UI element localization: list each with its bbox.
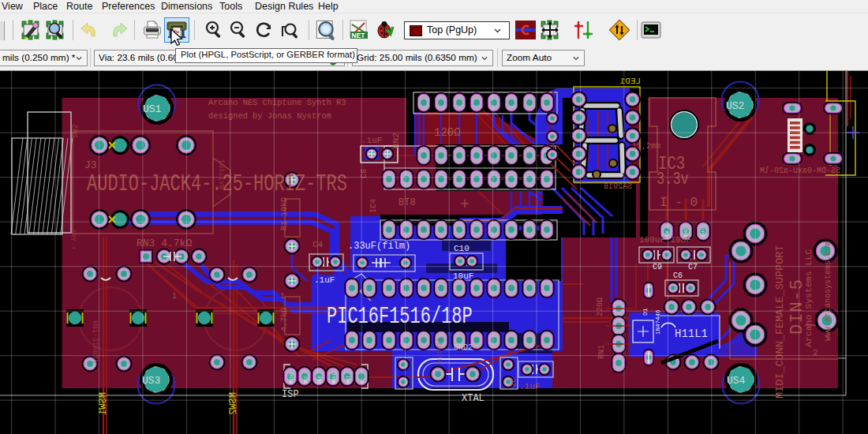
svg-text:C10: C10 xyxy=(454,244,470,253)
svg-text:VCC: VCC xyxy=(303,375,309,383)
svg-text:C9: C9 xyxy=(653,263,662,271)
svg-text:US1: US1 xyxy=(143,103,162,115)
svg-text:Arcano Systems LLC: Arcano Systems LLC xyxy=(803,249,814,347)
svg-text:IC4: IC4 xyxy=(369,199,378,213)
svg-text:RN1: RN1 xyxy=(597,345,606,359)
svg-text:US4: US4 xyxy=(727,375,746,387)
svg-text:GND2: GND2 xyxy=(454,343,473,352)
svg-text:RST: RST xyxy=(346,375,351,383)
svg-text:AUDIO-JACK4-.25-HORIZ-TRS: AUDIO-JACK4-.25-HORIZ-TRS xyxy=(87,171,347,197)
svg-text:C7: C7 xyxy=(688,263,698,271)
svg-text:GND: GND xyxy=(683,228,689,237)
svg-text:2C: 2C xyxy=(510,378,518,387)
svg-text:ISP: ISP xyxy=(282,389,299,400)
svg-text:I - 0: I - 0 xyxy=(660,196,698,210)
svg-text:.1uF: .1uF xyxy=(314,275,335,285)
svg-text:1N4?446: 1N4?446 xyxy=(655,309,661,335)
svg-text:.1uF: .1uF xyxy=(361,136,382,145)
svg-text:1: 1 xyxy=(280,292,285,301)
svg-text:MOSI: MOSI xyxy=(331,373,337,383)
svg-text:HCRHIE: HCRHIE xyxy=(436,338,444,363)
svg-text:R1 10kΩ: R1 10kΩ xyxy=(280,197,289,230)
svg-text:6: 6 xyxy=(360,381,365,383)
svg-text:H11L1: H11L1 xyxy=(675,327,708,340)
svg-text:US2: US2 xyxy=(726,100,744,112)
svg-text:1: 1 xyxy=(172,292,177,301)
svg-text:IN: IN xyxy=(664,230,670,237)
svg-text:SW2: SW2 xyxy=(71,124,80,138)
svg-text:US3: US3 xyxy=(142,375,160,387)
svg-text:RN2: RN2 xyxy=(391,133,401,148)
svg-text:XTAL: XTAL xyxy=(462,393,485,404)
svg-text:MIDI_CONN_FEMALE_SUPPORT: MIDI_CONN_FEMALE_SUPPORT xyxy=(774,245,786,398)
svg-text:ARY-+: ARY-+ xyxy=(69,229,77,250)
svg-text:SA2018: SA2018 xyxy=(604,182,632,191)
svg-text:220Ω: 220Ω xyxy=(596,297,604,316)
svg-text:SS-DM-0axU-a20-lM: SS-DM-0axU-a20-lM xyxy=(760,166,840,175)
svg-text:RN3 4.7kΩ: RN3 4.7kΩ xyxy=(137,238,192,249)
svg-text:MISO: MISO xyxy=(289,372,294,383)
svg-text:C6: C6 xyxy=(673,271,683,280)
svg-text:Arcano NES Chiptune Synth R3: Arcano NES Chiptune Synth R3 xyxy=(208,98,346,107)
svg-text:10uF: 10uF xyxy=(453,271,473,281)
svg-text:PIC16F1516/18P: PIC16F1516/18P xyxy=(327,304,473,330)
svg-text:LED1: LED1 xyxy=(619,77,641,86)
svg-text:.33uF(film): .33uF(film) xyxy=(348,241,410,252)
svg-text:15,2mm: 15,2mm xyxy=(632,142,660,151)
svg-text:OUT: OUT xyxy=(701,228,706,237)
svg-text:BT8: BT8 xyxy=(398,197,416,208)
svg-text:www.arcanosystems.com: www.arcanosystems.com xyxy=(824,241,832,341)
svg-text:RAT?101: RAT?101 xyxy=(219,159,226,189)
svg-text:designed by Jonas Nystrom: designed by Jonas Nystrom xyxy=(208,111,331,121)
svg-text:NET: NET xyxy=(352,32,366,39)
svg-text:J3: J3 xyxy=(84,159,97,171)
svg-text:C8: C8 xyxy=(360,169,369,178)
svg-text:3.3v: 3.3v xyxy=(657,170,689,189)
svg-text:D1: D1 xyxy=(642,308,649,316)
